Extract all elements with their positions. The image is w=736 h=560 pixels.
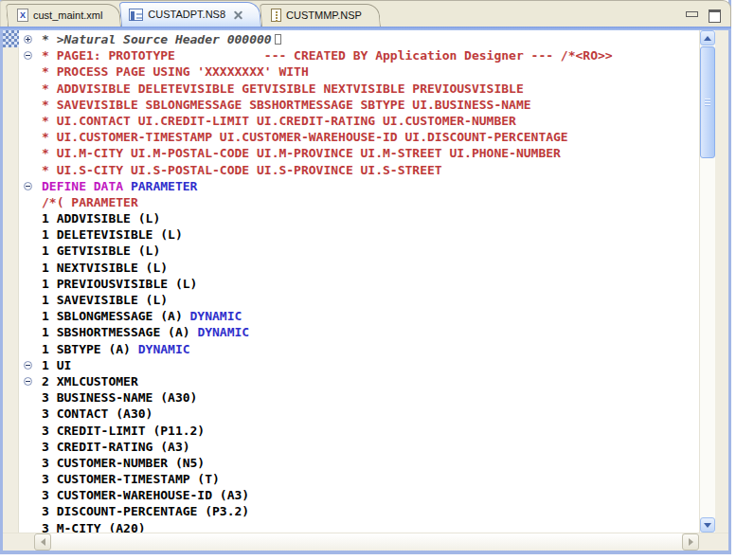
code-line: 3 CUSTOMER-TIMESTAMP (T) bbox=[19, 471, 699, 487]
vertical-scroll-thumb[interactable] bbox=[700, 46, 715, 158]
code-line: 1 NEXTVISIBLE (L) bbox=[19, 260, 699, 276]
fold-spacer bbox=[19, 129, 42, 145]
code-line: 1 SAVEVISIBLE (L) bbox=[19, 292, 699, 308]
horizontal-scrollbar bbox=[3, 533, 728, 551]
fold-spacer bbox=[19, 145, 42, 161]
code-line: * PROCESS PAGE USING 'XXXXXXXX' WITH bbox=[19, 63, 699, 80]
code-line: DEFINE DATA PARAMETER bbox=[19, 178, 699, 194]
scroll-up-button[interactable] bbox=[700, 30, 715, 45]
code-text: * UI.CUSTOMER-TIMESTAMP UI.CUSTOMER-WARE… bbox=[42, 129, 568, 145]
code-line: * PAGE1: PROTOTYPE --- CREATED BY Applic… bbox=[19, 47, 699, 63]
fold-collapse-icon[interactable] bbox=[19, 178, 42, 194]
fold-spacer bbox=[19, 503, 42, 519]
minimize-icon[interactable] bbox=[685, 9, 698, 20]
code-line: 1 GETVISIBLE (L) bbox=[19, 243, 699, 259]
maximize-icon[interactable] bbox=[708, 9, 721, 20]
fold-collapse-icon[interactable] bbox=[19, 373, 42, 389]
scroll-left-button[interactable] bbox=[34, 533, 51, 551]
code-line: * UI.CUSTOMER-TIMESTAMP UI.CUSTOMER-WARE… bbox=[19, 129, 699, 145]
code-text: * PROCESS PAGE USING 'XXXXXXXX' WITH bbox=[42, 63, 309, 80]
code-text: 1 SBTYPE (A) DYNAMIC bbox=[42, 341, 190, 357]
fold-spacer bbox=[19, 471, 42, 487]
code-line: 1 PREVIOUSVISIBLE (L) bbox=[19, 276, 699, 292]
code-line: * UI.M-CITY UI.M-POSTAL-CODE UI.M-PROVIN… bbox=[19, 145, 699, 161]
control-char-box bbox=[275, 34, 281, 45]
tab-custadpt-ns8[interactable]: CUSTADPT.NS8 bbox=[121, 2, 261, 27]
code-text: * UI.S-CITY UI.S-POSTAL-CODE UI.S-PROVIN… bbox=[42, 162, 442, 178]
scroll-right-button[interactable] bbox=[682, 533, 699, 551]
fold-spacer bbox=[19, 226, 42, 243]
tab-cust-maint-xml[interactable]: X cust_maint.xml bbox=[8, 4, 121, 27]
fold-spacer bbox=[19, 324, 42, 340]
code-line: 1 DELETEVISIBLE (L) bbox=[19, 226, 699, 243]
code-line: * UI.S-CITY UI.S-POSTAL-CODE UI.S-PROVIN… bbox=[19, 162, 699, 178]
scrollbar-corner-left bbox=[3, 533, 34, 551]
vertical-scrollbar bbox=[699, 30, 715, 533]
view-controls bbox=[685, 9, 721, 20]
fold-spacer bbox=[19, 113, 42, 129]
close-icon[interactable] bbox=[234, 10, 242, 19]
editor-body: * >Natural Source Header 000000* PAGE1: … bbox=[3, 30, 728, 533]
code-line: 1 ADDVISIBLE (L) bbox=[19, 210, 699, 226]
code-text: 3 CUSTOMER-WAREHOUSE-ID (A3) bbox=[42, 487, 249, 503]
fold-spacer bbox=[19, 97, 42, 113]
xml-file-icon: X bbox=[17, 9, 28, 22]
code-line: 1 SBLONGMESSAGE (A) DYNAMIC bbox=[19, 308, 699, 324]
code-text: 1 NEXTVISIBLE (L) bbox=[42, 260, 168, 276]
code-line: 3 M-CITY (A20) bbox=[19, 520, 699, 533]
fold-spacer bbox=[19, 389, 42, 406]
code-line: 3 CUSTOMER-WAREHOUSE-ID (A3) bbox=[19, 487, 699, 503]
code-text: 1 SBLONGMESSAGE (A) DYNAMIC bbox=[42, 308, 242, 324]
horizontal-scroll-track[interactable] bbox=[51, 533, 682, 551]
code-area[interactable]: * >Natural Source Header 000000* PAGE1: … bbox=[19, 30, 699, 533]
code-line: 3 BUSINESS-NAME (A30) bbox=[19, 389, 699, 406]
fold-spacer bbox=[19, 194, 42, 210]
right-margin-strip bbox=[715, 30, 728, 533]
editor-window: X cust_maint.xml CUSTADPT.NS8 CUSTMMP.NS… bbox=[0, 0, 731, 554]
code-text: 1 PREVIOUSVISIBLE (L) bbox=[42, 276, 197, 292]
fold-spacer bbox=[19, 439, 42, 455]
code-text: 3 CUSTOMER-TIMESTAMP (T) bbox=[42, 471, 220, 487]
tab-custmmp-nsp[interactable]: CUSTMMP.NSP bbox=[261, 4, 381, 27]
ruler-checker-marker bbox=[3, 30, 19, 47]
editor-tab-bar: X cust_maint.xml CUSTADPT.NS8 CUSTMMP.NS… bbox=[0, 0, 731, 27]
fold-spacer bbox=[19, 423, 42, 439]
code-line: 2 XMLCUSTOMER bbox=[19, 373, 699, 389]
code-text: * >Natural Source Header 000000 bbox=[42, 31, 281, 47]
code-text: 3 CONTACT (A30) bbox=[42, 406, 153, 422]
code-text: 1 SBSHORTMESSAGE (A) DYNAMIC bbox=[42, 324, 249, 340]
fold-spacer bbox=[19, 455, 42, 471]
code-text: 3 DISCOUNT-PERCENTAGE (P3.2) bbox=[42, 503, 249, 519]
fold-collapse-icon[interactable] bbox=[19, 47, 42, 63]
code-line: * ADDVISIBLE DELETEVISIBLE GETVISIBLE NE… bbox=[19, 81, 699, 97]
fold-spacer bbox=[19, 276, 42, 292]
code-text: 1 SAVEVISIBLE (L) bbox=[42, 292, 168, 308]
code-text: * SAVEVISIBLE SBLONGMESSAGE SBSHORTMESSA… bbox=[42, 97, 531, 113]
vertical-ruler bbox=[3, 30, 19, 533]
fold-spacer bbox=[19, 406, 42, 422]
code-text: 1 GETVISIBLE (L) bbox=[42, 243, 160, 259]
natural-adapter-icon bbox=[129, 9, 143, 21]
code-line: 3 CONTACT (A30) bbox=[19, 406, 699, 422]
tab-label: CUSTMMP.NSP bbox=[286, 9, 362, 21]
fold-collapse-icon[interactable] bbox=[19, 357, 42, 373]
vertical-scroll-track[interactable] bbox=[700, 45, 715, 517]
code-text: * ADDVISIBLE DELETEVISIBLE GETVISIBLE NE… bbox=[42, 81, 524, 97]
code-text: * UI.CONTACT UI.CREDIT-LIMIT UI.CREDIT-R… bbox=[42, 113, 516, 129]
code-line: 1 UI bbox=[19, 357, 699, 373]
code-line: 3 DISCOUNT-PERCENTAGE (P3.2) bbox=[19, 503, 699, 519]
fold-spacer bbox=[19, 292, 42, 308]
code-text: 1 UI bbox=[42, 357, 71, 373]
arrow-right-icon bbox=[689, 538, 693, 546]
arrow-down-icon bbox=[704, 523, 711, 528]
scroll-down-button[interactable] bbox=[700, 517, 715, 533]
editor-view: X cust_maint.xml CUSTADPT.NS8 CUSTMMP.NS… bbox=[0, 0, 736, 560]
fold-expand-icon[interactable] bbox=[19, 31, 42, 47]
code-line: * >Natural Source Header 000000 bbox=[19, 31, 699, 47]
fold-spacer bbox=[19, 81, 42, 97]
tab-label: CUSTADPT.NS8 bbox=[148, 9, 225, 20]
thumb-grip bbox=[705, 99, 710, 106]
fold-spacer bbox=[19, 210, 42, 226]
code-line: 3 CREDIT-LIMIT (P11.2) bbox=[19, 423, 699, 439]
code-text: 1 ADDVISIBLE (L) bbox=[42, 210, 160, 226]
